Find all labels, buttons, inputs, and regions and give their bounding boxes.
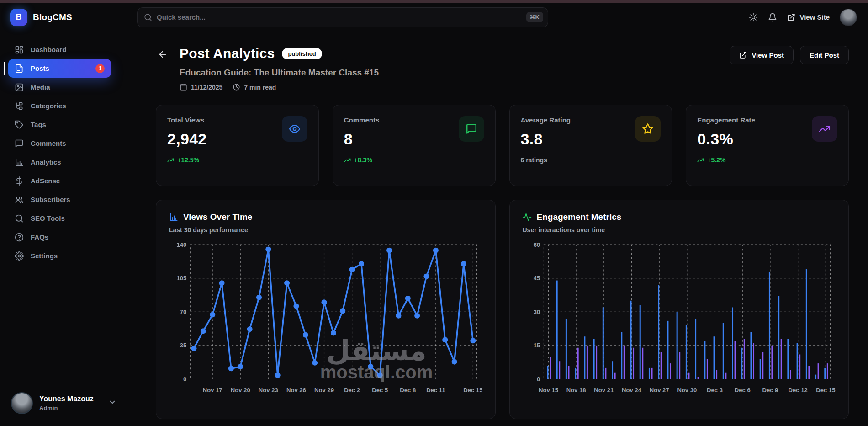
- svg-text:35: 35: [180, 342, 187, 349]
- chart-subtitle: Last 30 days performance: [169, 226, 482, 234]
- stat-change-value: +12.5%: [177, 156, 199, 164]
- svg-text:0: 0: [183, 376, 186, 383]
- stat-value: 3.8: [521, 130, 571, 148]
- svg-text:140: 140: [176, 241, 186, 248]
- sidebar-user-menu[interactable]: Younes Mazouz Admin: [0, 383, 127, 426]
- chart-title: Views Over Time: [183, 212, 252, 222]
- svg-text:Dec 12: Dec 12: [788, 387, 807, 394]
- svg-text:Nov 24: Nov 24: [622, 387, 642, 394]
- sidebar-item-comments[interactable]: Comments: [8, 134, 111, 153]
- search-tool-icon: [15, 214, 24, 223]
- topbar: B BlogCMS ⌘K View Site: [0, 3, 868, 32]
- sidebar-item-settings[interactable]: Settings: [8, 246, 111, 265]
- svg-text:15: 15: [533, 342, 540, 349]
- svg-text:30: 30: [533, 309, 540, 315]
- sidebar-item-label: Posts: [31, 64, 49, 72]
- edit-post-button[interactable]: Edit Post: [800, 46, 849, 64]
- sidebar-item-label: Comments: [31, 139, 66, 147]
- svg-text:Dec 5: Dec 5: [372, 387, 388, 394]
- sidebar-item-tags[interactable]: Tags: [8, 115, 111, 134]
- sidebar: Dashboard Posts 1 Media Categories Tags: [0, 32, 127, 426]
- svg-text:Nov 18: Nov 18: [566, 387, 586, 394]
- sidebar-item-media[interactable]: Media: [8, 78, 111, 96]
- sidebar-item-faqs[interactable]: FAQs: [8, 228, 111, 246]
- stat-change-value: +8.3%: [354, 156, 372, 164]
- svg-text:Nov 20: Nov 20: [231, 387, 250, 394]
- svg-text:Nov 27: Nov 27: [649, 387, 669, 394]
- svg-text:Dec 15: Dec 15: [816, 387, 835, 394]
- search-shortcut-badge: ⌘K: [526, 12, 543, 22]
- svg-text:Nov 17: Nov 17: [203, 387, 222, 394]
- sidebar-item-analytics[interactable]: Analytics: [8, 153, 111, 171]
- sidebar-item-adsense[interactable]: AdSense: [8, 171, 111, 190]
- user-name: Younes Mazouz: [39, 395, 94, 403]
- status-badge: published: [282, 48, 322, 59]
- sidebar-item-posts[interactable]: Posts 1: [8, 59, 111, 78]
- svg-text:Dec 6: Dec 6: [734, 387, 750, 394]
- views-over-time-chart: 03570105140Nov 17Nov 20Nov 23Nov 26Nov 2…: [169, 240, 482, 402]
- search-icon: [144, 13, 152, 21]
- stat-sub-label: 6 ratings: [521, 156, 571, 164]
- stat-card-total-views: Total Views 2,942 +12.5%: [156, 105, 319, 186]
- stat-label: Engagement Rate: [697, 116, 755, 124]
- sidebar-item-dashboard[interactable]: Dashboard: [8, 40, 111, 59]
- sidebar-item-label: Tags: [31, 121, 46, 128]
- topbar-avatar[interactable]: [840, 9, 857, 26]
- dollar-icon: [15, 176, 24, 186]
- view-post-label: View Post: [752, 51, 784, 59]
- external-link-icon: [787, 13, 795, 21]
- svg-text:Nov 26: Nov 26: [286, 387, 306, 394]
- chart-subtitle: User interactions over time: [523, 226, 836, 234]
- sidebar-item-subscribers[interactable]: Subscribers: [8, 190, 111, 209]
- sidebar-item-label: Media: [31, 83, 50, 91]
- svg-text:Nov 29: Nov 29: [314, 387, 334, 394]
- dashboard-icon: [15, 45, 24, 54]
- brand-name: BlogCMS: [33, 12, 72, 22]
- users-icon: [15, 195, 24, 204]
- trending-up-icon: [812, 116, 837, 142]
- view-site-button[interactable]: View Site: [787, 13, 830, 21]
- svg-text:Dec 2: Dec 2: [344, 387, 360, 394]
- sidebar-item-categories[interactable]: Categories: [8, 96, 111, 115]
- user-role: Admin: [39, 405, 94, 411]
- arrow-left-icon: [158, 49, 168, 59]
- page-title: Post Analytics: [180, 46, 275, 61]
- svg-text:Nov 15: Nov 15: [538, 387, 558, 394]
- notifications-button[interactable]: [768, 13, 777, 22]
- sidebar-item-label: Categories: [31, 102, 66, 110]
- search-bar[interactable]: ⌘K: [137, 7, 548, 27]
- theme-toggle-button[interactable]: [749, 13, 758, 22]
- post-date: 11/12/2025: [191, 84, 222, 91]
- chart-title: Engagement Metrics: [537, 212, 622, 222]
- sidebar-item-label: SEO Tools: [31, 214, 65, 222]
- star-icon: [635, 116, 661, 142]
- engagement-metrics-chart: 015304560Nov 15Nov 18Nov 21Nov 24Nov 27N…: [523, 240, 836, 402]
- engagement-metrics-card: Engagement Metrics User interactions ove…: [509, 200, 849, 419]
- stat-card-average-rating: Average Rating 3.8 6 ratings: [509, 105, 672, 186]
- svg-text:Nov 21: Nov 21: [594, 387, 614, 394]
- stat-label: Average Rating: [521, 116, 571, 124]
- svg-text:Dec 8: Dec 8: [400, 387, 416, 394]
- edit-post-label: Edit Post: [810, 51, 839, 59]
- user-avatar: [11, 392, 33, 414]
- stat-card-engagement-rate: Engagement Rate 0.3% +5.2%: [686, 105, 849, 186]
- trend-up-icon: [697, 157, 704, 164]
- brand-logo-icon: B: [10, 9, 27, 26]
- view-post-button[interactable]: View Post: [730, 46, 794, 64]
- tags-icon: [15, 120, 24, 129]
- svg-text:105: 105: [176, 275, 186, 282]
- brand[interactable]: B BlogCMS: [10, 9, 137, 26]
- search-input[interactable]: [157, 13, 522, 21]
- stat-label: Total Views: [167, 116, 207, 124]
- svg-text:45: 45: [533, 275, 540, 282]
- sidebar-item-seo-tools[interactable]: SEO Tools: [8, 209, 111, 228]
- gear-icon: [15, 251, 24, 261]
- read-time: 7 min read: [244, 84, 276, 91]
- bar-chart-icon: [169, 213, 178, 222]
- eye-icon: [282, 116, 307, 142]
- comment-icon: [459, 116, 484, 142]
- svg-text:Dec 3: Dec 3: [707, 387, 723, 394]
- back-button[interactable]: [156, 46, 169, 63]
- sun-icon: [749, 13, 758, 22]
- trend-up-icon: [344, 157, 351, 164]
